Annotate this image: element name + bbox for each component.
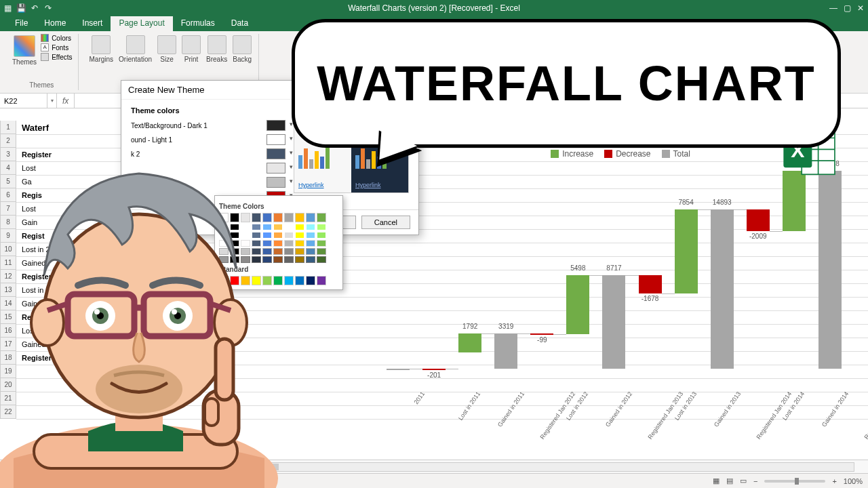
svg-rect-28 bbox=[216, 339, 233, 400]
view-page-icon[interactable]: ▤ bbox=[726, 476, 733, 485]
color-swatch[interactable] bbox=[317, 248, 326, 255]
zoom-in-icon[interactable]: + bbox=[832, 477, 836, 485]
x-axis-label: Lost in 2011 bbox=[457, 390, 481, 422]
redo-icon[interactable]: ↷ bbox=[43, 3, 53, 13]
chart-bar[interactable]: 5634 bbox=[783, 171, 806, 231]
view-normal-icon[interactable]: ▦ bbox=[713, 476, 719, 485]
theme-color-row[interactable]: Text/Background - Dark 1 bbox=[131, 120, 285, 131]
tab-data[interactable]: Data bbox=[223, 16, 256, 31]
color-swatch[interactable] bbox=[306, 240, 315, 247]
close-icon[interactable]: ✕ bbox=[856, 3, 865, 13]
cartoon-avatar bbox=[0, 133, 298, 488]
chart-bar[interactable]: -99 bbox=[530, 333, 553, 335]
view-break-icon[interactable]: ▭ bbox=[740, 476, 747, 485]
themes-button[interactable]: Themes bbox=[11, 34, 38, 67]
chart-bar[interactable]: 18518 bbox=[818, 171, 842, 369]
title-bar: ▦ 💾 ↶ ↷ Waterfall Charts (version 2) [Re… bbox=[0, 0, 868, 16]
ribbon-group-themes: Themes Colors AFonts Effects Themes bbox=[5, 34, 79, 90]
tab-file[interactable]: File bbox=[7, 16, 36, 31]
theme-colors-heading: Theme colors bbox=[131, 106, 285, 115]
tab-formulas[interactable]: Formulas bbox=[173, 16, 223, 31]
bar-value-label: -99 bbox=[521, 336, 562, 344]
name-box-dropdown[interactable]: ▾ bbox=[47, 94, 57, 108]
bar-value-label: 5498 bbox=[557, 264, 598, 272]
chart-bar[interactable]: -1678 bbox=[639, 275, 662, 293]
save-icon[interactable]: 💾 bbox=[16, 3, 26, 13]
color-swatch[interactable] bbox=[317, 276, 326, 285]
fonts-button[interactable]: AFonts bbox=[41, 43, 72, 52]
theme-color-label: Text/Background - Dark 1 bbox=[131, 122, 262, 129]
color-swatch[interactable] bbox=[317, 240, 326, 247]
chart-bar[interactable] bbox=[387, 369, 410, 370]
speech-bubble-overlay: WATERFALL CHART bbox=[292, 19, 841, 148]
minimize-icon[interactable]: — bbox=[829, 3, 838, 13]
color-swatch[interactable] bbox=[306, 248, 315, 255]
zoom-slider[interactable] bbox=[764, 480, 825, 483]
color-swatch[interactable] bbox=[306, 232, 315, 239]
chart-bar[interactable]: 5498 bbox=[566, 275, 589, 334]
legend-increase: Increase bbox=[562, 149, 593, 159]
tab-page-layout[interactable]: Page Layout bbox=[111, 16, 172, 31]
x-axis-label: Gained in 2014 bbox=[821, 390, 850, 428]
window-title: Waterfall Charts (version 2) [Recovered]… bbox=[348, 3, 520, 13]
svg-point-25 bbox=[172, 309, 177, 314]
bar-value-label: 8717 bbox=[593, 264, 634, 272]
color-swatch[interactable] bbox=[306, 213, 315, 222]
undo-icon[interactable]: ↶ bbox=[30, 3, 39, 13]
orientation-button[interactable]: Orientation bbox=[117, 34, 153, 64]
bar-value-label: 14893 bbox=[702, 199, 743, 206]
bar-value-label: 7854 bbox=[666, 199, 707, 206]
color-swatch[interactable] bbox=[267, 120, 285, 131]
size-button[interactable]: Size bbox=[156, 34, 178, 64]
color-swatch[interactable] bbox=[306, 276, 315, 285]
waterfall-chart[interactable]: Increase Decrease Total -20117923319-995… bbox=[380, 149, 861, 454]
bar-value-label: -2009 bbox=[738, 232, 778, 240]
maximize-icon[interactable]: ▢ bbox=[842, 3, 852, 13]
x-axis-label: 2011 bbox=[413, 390, 427, 405]
bar-value-label: 3319 bbox=[486, 323, 526, 330]
x-axis-label: Gained in 2011 bbox=[496, 390, 526, 428]
tab-insert[interactable]: Insert bbox=[74, 16, 111, 31]
print-area-button[interactable]: Print bbox=[180, 34, 202, 64]
colors-button[interactable]: Colors bbox=[41, 34, 72, 42]
legend-decrease: Decrease bbox=[616, 149, 650, 159]
group-label-themes: Themes bbox=[11, 81, 73, 89]
fx-label[interactable]: fx bbox=[57, 94, 75, 108]
svg-rect-29 bbox=[205, 399, 218, 426]
themes-label: Themes bbox=[12, 58, 37, 66]
svg-point-24 bbox=[94, 309, 100, 314]
name-box[interactable]: K22 bbox=[0, 94, 47, 108]
bar-value-label: -201 bbox=[414, 371, 454, 379]
chart-bar[interactable]: 14893 bbox=[711, 209, 734, 369]
chart-bar[interactable]: 3319 bbox=[494, 333, 517, 369]
zoom-level[interactable]: 100% bbox=[844, 477, 863, 485]
chart-bar[interactable]: 8717 bbox=[602, 275, 625, 369]
tab-home[interactable]: Home bbox=[36, 16, 74, 31]
color-swatch[interactable] bbox=[306, 256, 315, 263]
x-axis-label: Gained in 2013 bbox=[713, 390, 742, 428]
hyperlink-preview: Hyperlink bbox=[298, 182, 347, 188]
color-swatch[interactable] bbox=[306, 224, 315, 230]
color-swatch[interactable] bbox=[317, 232, 326, 239]
effects-button[interactable]: Effects bbox=[41, 53, 72, 61]
chart-bar[interactable]: -2009 bbox=[747, 209, 770, 231]
margins-button[interactable]: Margins bbox=[88, 34, 115, 64]
color-swatch[interactable] bbox=[317, 213, 326, 222]
color-swatch[interactable] bbox=[317, 224, 326, 230]
excel-app-icon: ▦ bbox=[3, 3, 12, 13]
row-header[interactable]: 1 bbox=[0, 121, 16, 134]
background-button[interactable]: Backg bbox=[231, 34, 253, 64]
horizontal-scrollbar[interactable] bbox=[236, 462, 854, 472]
x-axis-label: Gained in 2012 bbox=[604, 390, 633, 428]
breaks-button[interactable]: Breaks bbox=[205, 34, 229, 64]
bar-value-label: 1792 bbox=[450, 323, 490, 330]
chart-bar[interactable]: -201 bbox=[422, 369, 446, 370]
bubble-text: WATERFALL CHART bbox=[317, 56, 815, 111]
zoom-out-icon[interactable]: − bbox=[753, 477, 757, 485]
bar-value-label: -1678 bbox=[630, 295, 671, 302]
cell-heading[interactable]: Waterf bbox=[19, 121, 127, 134]
legend-total: Total bbox=[673, 149, 690, 159]
color-swatch[interactable] bbox=[317, 256, 326, 263]
chart-bar[interactable]: 1792 bbox=[458, 333, 481, 352]
chart-bar[interactable]: 7854 bbox=[675, 209, 698, 293]
